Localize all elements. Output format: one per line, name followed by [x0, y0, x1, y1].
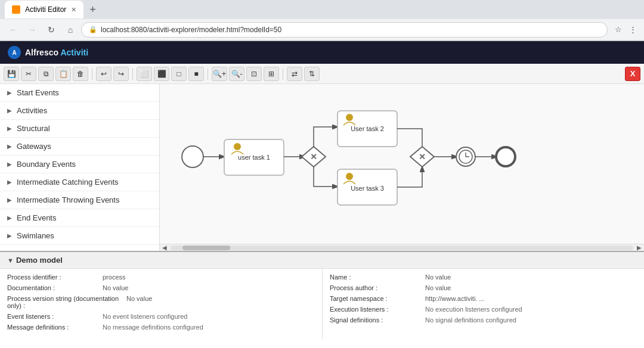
- canvas-area[interactable]: user task 1 ✕ User task 2: [160, 84, 644, 251]
- redo-button[interactable]: ↪: [113, 67, 129, 81]
- left-panel: ▶ Start Events ▶ Activities ▶ Structural…: [0, 84, 160, 251]
- prop-row-signal-defs: Signal definitions : No signal definitio…: [330, 316, 637, 324]
- process-id-label: Process identifier :: [7, 274, 103, 281]
- svg-point-10: [346, 114, 353, 121]
- arrow-icon-structural: ▶: [7, 125, 12, 132]
- lock-icon: 🔒: [89, 26, 97, 33]
- sidebar-label-gateways: Gateways: [17, 142, 51, 151]
- svg-point-2: [182, 146, 203, 167]
- undo-button[interactable]: ↩: [96, 67, 112, 81]
- namespace-value: http://www.activiti. ...: [425, 295, 637, 302]
- sidebar-label-structural: Structural: [17, 124, 50, 133]
- app-header: A Alfresco Activiti: [0, 41, 644, 64]
- properties-right-col: Name : No value Process author : No valu…: [322, 269, 644, 339]
- bookmarks-icon[interactable]: ☆: [612, 23, 624, 36]
- namespace-label: Target namespace :: [330, 295, 425, 302]
- prop-row-name: Name : No value: [330, 274, 637, 281]
- properties-panel: ▼ Demo model Process identifier : proces…: [0, 251, 644, 348]
- prop-row-event-listeners: Event listeners : No event listeners con…: [7, 313, 315, 320]
- scrollbar-thumb[interactable]: [182, 246, 230, 250]
- prop-row-namespace: Target namespace : http://www.activiti. …: [330, 295, 637, 302]
- toolbar: 💾 ✂ ⧉ 📋 🗑 ↩ ↪ ⬜ ⬛ □ ■ 🔍+ 🔍- ⊡ ⊞ ⇄ ⇅ X: [0, 64, 644, 84]
- sidebar-item-intermediate-throwing[interactable]: ▶ Intermediate Throwing Events: [0, 191, 159, 209]
- italic-button[interactable]: ⬛: [154, 67, 169, 81]
- cut-button[interactable]: ✂: [21, 67, 36, 81]
- sidebar-label-end-events: End Events: [17, 213, 57, 222]
- svg-point-5: [234, 143, 241, 150]
- signal-defs-label: Signal definitions :: [330, 316, 425, 324]
- arrow-icon-boundary-events: ▶: [7, 161, 12, 167]
- message-defs-value: No message definitions configured: [103, 324, 315, 331]
- properties-left-col: Process identifier : process Documentati…: [0, 269, 322, 339]
- browser-chrome: Activiti Editor ✕ + ← → ↻ ⌂ 🔒 localhost:…: [0, 0, 644, 41]
- name-value: No value: [425, 274, 637, 281]
- underline-button[interactable]: □: [171, 67, 187, 81]
- sidebar-item-start-events[interactable]: ▶ Start Events: [0, 84, 159, 102]
- svg-text:User task 3: User task 3: [351, 185, 384, 192]
- sidebar-item-artifacts[interactable]: ▶ Artifacts: [0, 245, 159, 251]
- zoom-fit-button[interactable]: ⊡: [246, 67, 262, 81]
- arrow-icon-gateways: ▶: [7, 143, 12, 150]
- sidebar-item-swimlanes[interactable]: ▶ Swimlanes: [0, 227, 159, 245]
- toolbar-separator-4: [283, 68, 283, 80]
- scroll-left-arrow[interactable]: ◀: [160, 244, 169, 251]
- sidebar-item-structural[interactable]: ▶ Structural: [0, 120, 159, 138]
- sidebar-item-intermediate-catching[interactable]: ▶ Intermediate Catching Events: [0, 173, 159, 191]
- toggle2-button[interactable]: ⇅: [304, 67, 320, 81]
- sidebar-label-intermediate-throwing: Intermediate Throwing Events: [17, 195, 119, 204]
- zoom-out-button[interactable]: 🔍-: [229, 67, 244, 81]
- arrow-icon-intermediate-throwing: ▶: [7, 197, 12, 203]
- zoom-in-button[interactable]: 🔍+: [212, 67, 227, 81]
- tab-close-button[interactable]: ✕: [71, 6, 76, 14]
- delete-button[interactable]: 🗑: [73, 67, 88, 81]
- sidebar-item-end-events[interactable]: ▶ End Events: [0, 209, 159, 227]
- zoom-reset-button[interactable]: ⊞: [264, 67, 279, 81]
- scrollbar-track[interactable]: [171, 246, 633, 250]
- sidebar-item-activities[interactable]: ▶ Activities: [0, 102, 159, 120]
- address-bar[interactable]: 🔒 localhost:8080/activiti-explorer/model…: [81, 22, 608, 38]
- browser-nav-icons: ☆ ⋮: [612, 23, 639, 36]
- strikethrough-button[interactable]: ■: [188, 67, 204, 81]
- sidebar-label-boundary-events: Boundary Events: [17, 160, 76, 169]
- svg-text:✕: ✕: [310, 152, 317, 161]
- signal-defs-value: No signal definitions configured: [425, 316, 637, 324]
- nav-bar: ← → ↻ ⌂ 🔒 localhost:8080/activiti-explor…: [0, 19, 644, 41]
- tab-title: Activiti Editor: [25, 5, 66, 14]
- alfresco-logo-icon: A: [7, 45, 21, 60]
- diagram-svg: user task 1 ✕ User task 2: [160, 84, 607, 245]
- event-listeners-value: No event listeners configured: [103, 313, 315, 320]
- home-button[interactable]: ⌂: [62, 21, 79, 38]
- arrow-icon-end-events: ▶: [7, 215, 12, 221]
- toolbar-separator-2: [132, 68, 133, 80]
- save-button[interactable]: 💾: [4, 67, 19, 81]
- menu-icon[interactable]: ⋮: [627, 23, 639, 36]
- arrow-icon-start-events: ▶: [7, 89, 12, 96]
- tab-bar: Activiti Editor ✕ +: [0, 0, 644, 19]
- sidebar-item-gateways[interactable]: ▶ Gateways: [0, 138, 159, 156]
- horizontal-scrollbar[interactable]: ◀ ▶: [160, 244, 644, 251]
- active-tab[interactable]: Activiti Editor ✕: [5, 1, 83, 18]
- sidebar-item-boundary-events[interactable]: ▶ Boundary Events: [0, 156, 159, 173]
- properties-grid: Process identifier : process Documentati…: [0, 269, 644, 339]
- scroll-right-arrow[interactable]: ▶: [634, 244, 644, 251]
- new-tab-button[interactable]: +: [86, 4, 100, 16]
- event-listeners-label: Event listeners :: [7, 313, 103, 320]
- prop-row-exec-listeners: Execution listeners : No execution liste…: [330, 306, 637, 313]
- copy-button[interactable]: ⧉: [38, 67, 54, 81]
- version-value: No value: [126, 295, 315, 302]
- prop-row-process-id: Process identifier : process: [7, 274, 315, 281]
- svg-point-13: [346, 173, 353, 180]
- close-editor-button[interactable]: X: [625, 67, 640, 81]
- documentation-value: No value: [103, 284, 315, 291]
- reload-button[interactable]: ↻: [43, 21, 60, 38]
- prop-row-author: Process author : No value: [330, 284, 637, 291]
- forward-button[interactable]: →: [24, 21, 41, 38]
- back-button[interactable]: ←: [5, 21, 21, 38]
- documentation-label: Documentation :: [7, 284, 103, 291]
- bold-button[interactable]: ⬜: [137, 67, 152, 81]
- toggle1-button[interactable]: ⇄: [287, 67, 302, 81]
- svg-point-23: [496, 147, 515, 166]
- name-label: Name :: [330, 274, 425, 281]
- paste-button[interactable]: 📋: [55, 67, 71, 81]
- collapse-icon[interactable]: ▼: [7, 257, 14, 264]
